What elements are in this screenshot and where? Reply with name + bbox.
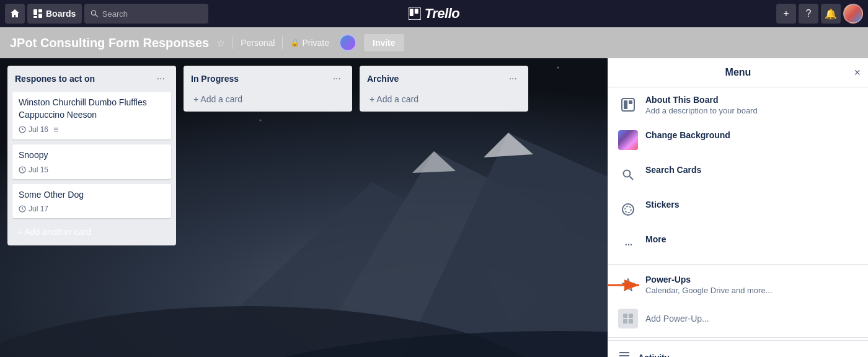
menu-item-more[interactable]: ··· More [608, 227, 868, 262]
svg-rect-39 [629, 100, 632, 104]
change-background-icon [618, 130, 638, 150]
card[interactable]: Snoopy Jul 15 [12, 144, 171, 179]
powerups-title: Power-Ups [645, 275, 858, 284]
description-icon: ≡ [53, 125, 58, 134]
svg-point-40 [624, 170, 631, 177]
svg-rect-3 [33, 16, 37, 18]
card-meta: Jul 16 ≡ [19, 125, 165, 134]
nav-right-actions: + ? 🔔 [776, 4, 863, 24]
add-card-button[interactable]: + Add a card [188, 92, 347, 107]
menu-close-button[interactable]: × [854, 67, 861, 78]
boards-button[interactable]: Boards [27, 4, 82, 24]
svg-line-5 [95, 14, 98, 17]
about-board-icon [618, 95, 638, 115]
card-date: Jul 15 [19, 165, 48, 174]
add-powerup-icon [618, 309, 638, 328]
search-cards-content: Search Cards [645, 165, 858, 175]
search-bar[interactable] [84, 4, 208, 24]
board-visibility: Personal [241, 38, 275, 48]
board-header: JPot Consulting Form Responses ☆ Persona… [0, 27, 868, 58]
menu-item-activity[interactable]: Activity [608, 340, 868, 357]
logo-text: Trello [425, 6, 460, 22]
star-icon[interactable]: ☆ [216, 37, 225, 49]
menu-divider-1 [608, 264, 868, 265]
about-board-subtitle: Add a description to your board [645, 106, 858, 115]
divider-2 [282, 37, 283, 49]
list-menu-button[interactable]: ··· [329, 72, 345, 86]
more-title: More [645, 234, 858, 244]
card-title: Snoopy [19, 149, 165, 162]
create-button[interactable]: + [776, 4, 796, 24]
svg-point-43 [625, 206, 631, 213]
trello-logo: Trello [409, 6, 460, 22]
home-button[interactable] [5, 4, 25, 24]
list-header: In Progress ··· [188, 71, 347, 87]
more-content: More [645, 234, 858, 244]
team-avatar [339, 34, 356, 51]
board-privacy: 🔒 Private [290, 38, 329, 48]
search-input[interactable] [102, 9, 202, 19]
stickers-title: Stickers [645, 200, 858, 209]
info-button[interactable]: ? [799, 4, 818, 24]
background-content: Change Background [645, 130, 858, 140]
menu-panel: Menu × About This Board Add a descriptio… [608, 58, 868, 357]
about-board-title: About This Board [645, 95, 858, 105]
add-another-card-button[interactable]: + Add another card [12, 223, 96, 240]
card-date: Jul 17 [19, 205, 48, 213]
svg-point-42 [622, 204, 634, 215]
menu-item-stickers[interactable]: Stickers [608, 192, 868, 227]
activity-icon [618, 350, 631, 357]
background-title: Change Background [645, 130, 858, 140]
menu-title: Menu [725, 67, 751, 78]
add-powerup-item[interactable]: Add Power-Up... [608, 302, 868, 335]
svg-rect-46 [623, 314, 627, 318]
top-navigation: Boards Trello + ? 🔔 [0, 0, 868, 27]
invite-button[interactable]: Invite [364, 34, 404, 51]
svg-rect-2 [38, 14, 42, 18]
list-title: Archive [367, 74, 399, 84]
list-list-3: Archive ··· + Add a card [360, 66, 528, 112]
notification-button[interactable]: 🔔 [821, 4, 841, 24]
list-title: In Progress [191, 74, 239, 84]
menu-item-powerups[interactable]: Power-Ups Calendar, Google Drive and mor… [608, 267, 868, 302]
svg-rect-49 [629, 319, 633, 324]
search-cards-icon [618, 165, 638, 185]
user-avatar[interactable] [843, 4, 863, 24]
svg-rect-38 [624, 100, 627, 109]
menu-header: Menu × [608, 58, 868, 87]
card-meta: Jul 15 [19, 165, 165, 174]
stickers-content: Stickers [645, 200, 858, 209]
lock-icon: 🔒 [290, 38, 299, 47]
list-menu-button[interactable]: ··· [505, 72, 521, 86]
add-powerup-text: Add Power-Up... [645, 314, 709, 324]
card-date: Jul 16 [19, 125, 48, 134]
menu-item-background[interactable]: Change Background [608, 123, 868, 157]
list-header: Respones to act on ··· [12, 71, 171, 87]
powerups-subtitle: Calendar, Google Drive and more... [645, 286, 858, 295]
list-list-1: Respones to act on ··· Winston Churchill… [7, 66, 176, 245]
svg-rect-48 [623, 319, 627, 324]
svg-point-4 [92, 11, 96, 15]
svg-rect-8 [415, 9, 418, 14]
list-header: Archive ··· [365, 71, 523, 87]
about-board-content: About This Board Add a description to yo… [645, 95, 858, 115]
card-meta: Jul 17 [19, 205, 165, 213]
card[interactable]: Winston Churchill Dumbo Fluffles Cappucc… [12, 92, 171, 139]
svg-rect-7 [410, 9, 414, 16]
board-title: JPot Consulting Form Responses [10, 36, 209, 50]
more-icon: ··· [618, 234, 638, 254]
board-body: Respones to act on ··· Winston Churchill… [0, 58, 868, 357]
list-title: Respones to act on [15, 74, 95, 84]
powerups-arrow [608, 276, 645, 294]
card-title: Winston Churchill Dumbo Fluffles Cappucc… [19, 97, 165, 121]
menu-item-about[interactable]: About This Board Add a description to yo… [608, 87, 868, 123]
activity-title: Activity [638, 353, 670, 358]
svg-line-41 [630, 177, 634, 180]
card[interactable]: Some Other Dog Jul 17 [12, 184, 171, 219]
list-menu-button[interactable]: ··· [153, 72, 169, 86]
svg-rect-47 [629, 314, 633, 318]
svg-rect-0 [33, 9, 37, 15]
add-card-button[interactable]: + Add a card [365, 92, 523, 107]
stickers-icon [618, 200, 638, 219]
menu-item-search[interactable]: Search Cards [608, 157, 868, 192]
